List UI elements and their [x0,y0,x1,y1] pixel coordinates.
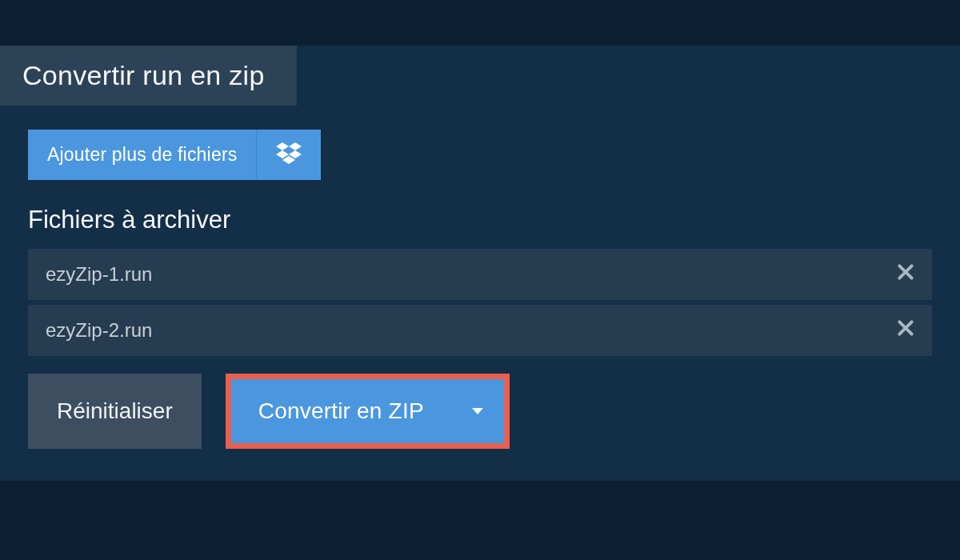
add-files-button[interactable]: Ajouter plus de fichiers [28,130,256,180]
reset-button[interactable]: Réinitialiser [28,374,202,449]
remove-file-button[interactable] [897,319,914,342]
svg-marker-0 [276,142,289,150]
tab-label: Convertir run en zip [22,60,265,90]
action-row: Réinitialiser Convertir en ZIP [28,374,932,449]
bottom-spacer [0,481,960,492]
reset-label: Réinitialiser [57,398,173,424]
convert-button[interactable]: Convertir en ZIP [231,379,451,443]
tab-convert-run-zip[interactable]: Convertir run en zip [0,46,297,106]
files-section-label: Fichiers à archiver [28,206,230,234]
file-row: ezyZip-1.run [28,249,932,300]
convert-dropdown-button[interactable] [451,379,504,443]
remove-file-button[interactable] [897,263,914,286]
page-panel: Convertir run en zip Ajouter plus de fic… [0,46,960,481]
dropbox-button[interactable] [256,130,321,180]
dropbox-icon [276,142,302,168]
tab-row: Convertir run en zip [0,46,960,106]
close-icon [897,319,914,342]
files-section-title: Fichiers à archiver [28,206,932,234]
add-files-group: Ajouter plus de fichiers [28,130,932,180]
file-name: ezyZip-2.run [46,319,152,342]
top-spacer [0,0,960,46]
file-row: ezyZip-2.run [28,305,932,356]
add-files-label: Ajouter plus de fichiers [47,144,237,166]
close-icon [897,263,914,286]
convert-label: Convertir en ZIP [258,398,424,424]
svg-marker-1 [289,142,302,150]
content-area: Ajouter plus de fichiers Fichiers à arch… [0,106,960,481]
file-name: ezyZip-1.run [46,263,152,286]
convert-highlight: Convertir en ZIP [226,374,510,449]
caret-down-icon [472,408,483,414]
